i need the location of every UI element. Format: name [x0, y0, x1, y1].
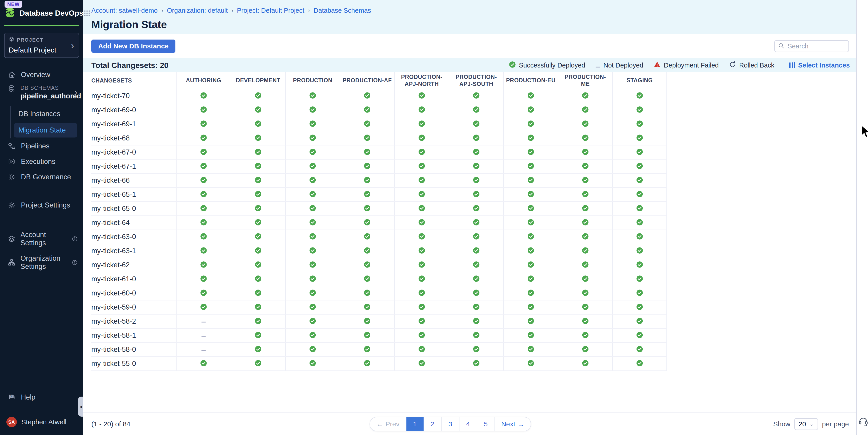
sidebar-item-label: Organization Settings	[21, 254, 67, 271]
deployed-check-icon	[582, 191, 589, 198]
deployed-check-icon	[473, 120, 480, 128]
status-cell	[503, 188, 558, 201]
deployed-check-icon	[255, 120, 261, 128]
add-new-db-instance-button[interactable]: Add New DB Instance	[91, 39, 176, 53]
deployed-check-icon	[473, 317, 480, 325]
breadcrumb-organization[interactable]: Organization: default	[167, 7, 228, 14]
deployed-check-icon	[200, 205, 207, 213]
deployed-check-icon	[364, 134, 371, 142]
page-button-2[interactable]: 2	[424, 417, 442, 431]
sidebar-item-overview[interactable]: Overview	[0, 67, 83, 83]
page-button-4[interactable]: 4	[460, 417, 477, 431]
status-cell	[340, 230, 394, 244]
deployed-check-icon	[527, 177, 534, 184]
page-size-value: 20	[799, 420, 806, 428]
sidebar-item-pipelines[interactable]: Pipelines	[0, 138, 83, 154]
gear-icon	[8, 173, 16, 181]
status-cell	[176, 301, 230, 314]
prev-page-button[interactable]: ← Prev	[370, 417, 406, 431]
status-cell	[176, 272, 230, 286]
sidebar-item-db-governance[interactable]: DB Governance	[0, 169, 83, 185]
page-button-1[interactable]: 1	[406, 417, 424, 431]
status-cell	[340, 89, 394, 103]
show-label: Show	[773, 420, 790, 428]
deployed-check-icon	[309, 120, 316, 128]
deployed-check-icon	[527, 106, 534, 114]
status-cell	[394, 117, 449, 131]
gear-icon	[8, 201, 16, 209]
deployed-check-icon	[527, 261, 534, 269]
sidebar-collapse-handle[interactable]: ◂	[78, 397, 83, 416]
sidebar-item-db-instances[interactable]: DB Instances	[14, 106, 77, 121]
status-cell	[558, 174, 612, 187]
db-schemas-label: DB SCHEMAS	[21, 85, 81, 91]
status-cell	[230, 258, 285, 272]
deployed-check-icon	[418, 317, 425, 325]
next-page-button[interactable]: Next →	[495, 417, 531, 431]
status-cell	[612, 272, 667, 286]
status-cell	[503, 216, 558, 229]
status-cell	[394, 103, 449, 117]
sidebar-nav: Overview DB SCHEMAS pipeline_authored › …	[0, 67, 83, 274]
deployed-check-icon	[255, 332, 261, 339]
deployed-check-icon	[309, 360, 316, 368]
search-input[interactable]	[787, 42, 845, 50]
breadcrumb-project[interactable]: Project: Default Project	[237, 7, 305, 14]
status-cell	[230, 216, 285, 229]
info-icon[interactable]	[72, 259, 78, 266]
sidebar-item-db-schemas[interactable]: DB SCHEMAS pipeline_authored ›	[0, 83, 83, 102]
deployed-check-icon	[200, 148, 207, 156]
deployed-check-icon	[309, 219, 316, 226]
breadcrumb-database-schemas[interactable]: Database Schemas	[314, 7, 371, 14]
legend-items: Successfully DeployedNot DeployedDeploym…	[509, 61, 774, 69]
search-box[interactable]	[774, 40, 849, 52]
project-selector[interactable]: PROJECT Default Project ›	[4, 33, 79, 58]
status-cell	[558, 103, 612, 117]
table-body: my-ticket-70my-ticket-69-0my-ticket-69-1…	[91, 89, 667, 371]
status-cell	[612, 174, 667, 187]
status-cell	[285, 131, 340, 145]
sidebar-item-help[interactable]: ? Help	[0, 390, 83, 405]
changeset-name: my-ticket-60-0	[91, 286, 176, 300]
changeset-name: my-ticket-64	[91, 216, 176, 229]
summary-band: Total Changesets: 20 Successfully Deploy…	[83, 58, 856, 72]
table-row: my-ticket-70	[91, 89, 667, 103]
apps-grid-icon[interactable]	[83, 9, 91, 17]
deployed-check-icon	[527, 219, 534, 226]
select-instances-button[interactable]: Select Instances	[789, 62, 850, 69]
status-cell	[449, 146, 503, 159]
status-cell	[558, 160, 612, 173]
deployed-check-icon	[309, 177, 316, 184]
table-row: my-ticket-64	[91, 216, 667, 230]
changeset-name: my-ticket-65-1	[91, 188, 176, 201]
page-size-select[interactable]: 20 ⌄	[795, 418, 818, 430]
deployed-check-icon	[255, 360, 261, 368]
status-cell	[558, 230, 612, 244]
status-cell	[612, 244, 667, 258]
headset-icon[interactable]	[858, 416, 868, 427]
breadcrumb-account[interactable]: Account: satwell-demo	[91, 7, 158, 14]
sidebar-item-organization-settings[interactable]: Organization Settings	[0, 251, 83, 274]
user-menu[interactable]: SA Stephen Atwell	[0, 413, 83, 431]
pipeline-icon	[8, 142, 16, 150]
layers-icon	[8, 235, 16, 243]
status-cell	[176, 357, 230, 370]
status-cell	[394, 286, 449, 300]
page-button-3[interactable]: 3	[442, 417, 460, 431]
sidebar-item-migration-state[interactable]: Migration State	[14, 123, 77, 137]
status-cell	[394, 131, 449, 145]
deployed-check-icon	[255, 177, 261, 184]
deployed-check-icon	[309, 92, 316, 100]
play-square-icon	[8, 158, 16, 165]
sidebar: NEW Database DevOps PROJECT	[0, 0, 83, 435]
sidebar-item-account-settings[interactable]: Account Settings	[0, 227, 83, 251]
status-cell	[449, 272, 503, 286]
deployed-check-icon	[418, 289, 425, 297]
status-cell	[176, 174, 230, 187]
deployed-check-icon	[582, 92, 589, 100]
sidebar-item-executions[interactable]: Executions	[0, 154, 83, 169]
info-icon[interactable]	[72, 236, 78, 242]
sidebar-item-project-settings[interactable]: Project Settings	[0, 197, 83, 213]
deployed-check-icon	[418, 148, 425, 156]
page-button-5[interactable]: 5	[477, 417, 495, 431]
